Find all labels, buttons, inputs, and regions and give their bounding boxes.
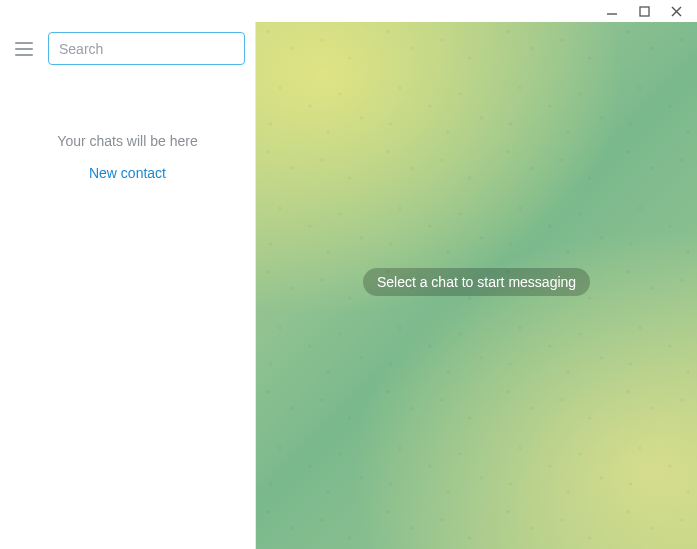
search-input[interactable] — [48, 32, 245, 65]
window-maximize-button[interactable] — [637, 4, 651, 18]
close-icon — [671, 6, 682, 17]
window-titlebar — [0, 0, 697, 22]
window-close-button[interactable] — [669, 4, 683, 18]
svg-rect-1 — [640, 7, 649, 16]
maximize-icon — [639, 6, 650, 17]
chat-area: Select a chat to start messaging — [256, 22, 697, 549]
app-window: Your chats will be here New contact Sele… — [0, 0, 697, 549]
chat-placeholder-pill: Select a chat to start messaging — [363, 268, 590, 296]
hamburger-icon — [15, 42, 33, 44]
search-container — [48, 32, 245, 65]
new-contact-link[interactable]: New contact — [0, 165, 255, 181]
empty-chats-text: Your chats will be here — [0, 133, 255, 149]
app-body: Your chats will be here New contact Sele… — [0, 22, 697, 549]
menu-button[interactable] — [12, 37, 36, 61]
sidebar-header — [0, 22, 255, 75]
window-minimize-button[interactable] — [605, 4, 619, 18]
sidebar: Your chats will be here New contact — [0, 22, 256, 549]
minimize-icon — [606, 5, 618, 17]
